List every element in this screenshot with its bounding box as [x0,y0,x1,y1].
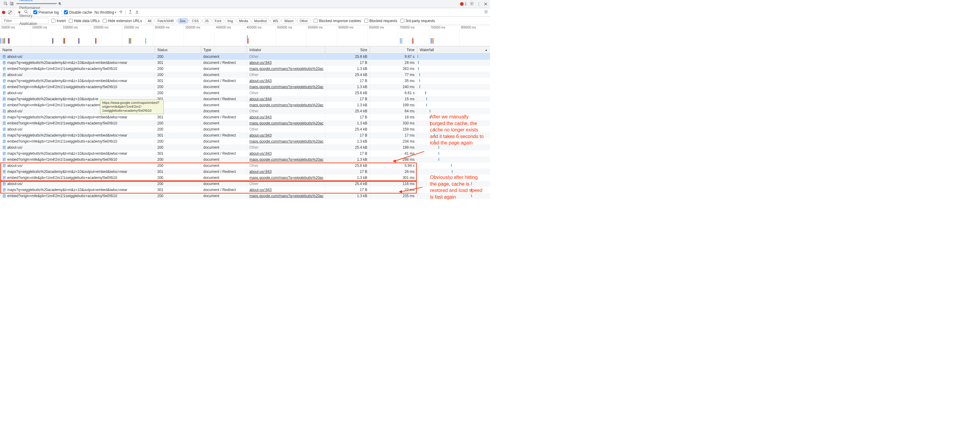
filter-pill-manifest[interactable]: Manifest [251,18,270,24]
cell-initiator[interactable]: maps.google.com/maps?q=wigglebutts%20ac [247,175,325,181]
filter-pill-doc[interactable]: Doc [177,18,189,24]
cell-name[interactable]: embed?origin=mfe&pb=!1m4!2m1!1swigglebut… [0,193,155,199]
filter-pill-fetch-xhr[interactable]: Fetch/XHR [155,18,177,24]
network-request-row[interactable]: maps?q=wigglebutts%20academy&t=m&z=10&ou… [0,78,490,84]
cell-name[interactable]: maps?q=wigglebutts%20academy&t=m&z=10&ou… [0,114,155,120]
cell-initiator[interactable]: about-us/:843 [247,169,325,175]
filter-pill-ws[interactable]: WS [270,18,281,24]
cell-name[interactable]: maps?q=wigglebutts%20academy&t=m&z=10&ou… [0,60,155,66]
wifi-icon[interactable] [119,10,123,15]
clear-network-button[interactable] [8,10,12,14]
column-header-initiator[interactable]: Initiator [247,46,325,53]
network-request-row[interactable]: embed?origin=mfe&pb=!1m4!2m1!1swigglebut… [0,175,490,181]
cell-name[interactable]: embed?origin=mfe&pb=!1m4!2m1!1swigglebut… [0,175,155,181]
kebab-menu-icon[interactable]: ⋮ [477,2,480,6]
cell-name[interactable]: about-us/ [0,163,155,169]
cell-initiator[interactable]: about-us/:843 [247,114,325,120]
cell-name[interactable]: embed?origin=mfe&pb=!1m4!2m1!1swigglebut… [0,66,155,72]
network-request-row[interactable]: embed?origin=mfe&pb=!1m4!2m1!1swigglebut… [0,157,490,163]
cell-name[interactable]: embed?origin=mfe&pb=!1m4!2m1!1swigglebut… [0,138,155,144]
cell-name[interactable]: about-us/ [0,144,155,151]
blocked-requests-checkbox[interactable]: Blocked requests [364,19,397,23]
column-header-time[interactable]: Time [370,46,417,53]
cell-name[interactable]: embed?origin=mfe&pb=!1m4!2m1!1swigglebut… [0,120,155,126]
network-request-row[interactable]: maps?q=wigglebutts%20academy&t=m&z=10&ou… [0,60,490,66]
close-devtools-icon[interactable]: ✕ [484,1,488,7]
throttling-select[interactable]: No throttling [95,10,117,14]
cell-initiator[interactable]: maps.google.com/maps?q=wigglebutts%20ac [247,157,325,163]
network-request-row[interactable]: embed?origin=mfe&pb=!1m4!2m1!1swigglebut… [0,66,490,72]
filter-pill-all[interactable]: All [145,18,154,24]
settings-gear-icon[interactable] [470,2,474,7]
record-button[interactable] [2,11,5,14]
cell-initiator[interactable]: about-us/:843 [247,187,325,193]
column-header-status[interactable]: Status [155,46,201,53]
network-request-row[interactable]: maps?q=wigglebutts%20academy&t=m&z=10&ou… [0,114,490,120]
filter-pill-font[interactable]: Font [212,18,224,24]
cell-initiator[interactable]: maps.google.com/maps?q=wigglebutts%20ac [247,102,325,108]
network-request-row[interactable]: embed?origin=mfe&pb=!1m4!2m1!1swigglebut… [0,102,490,108]
inspect-element-icon[interactable] [4,2,8,7]
cell-initiator[interactable]: about-us/:843 [247,132,325,138]
hide-ext-urls-checkbox[interactable]: Hide extension URLs [103,19,142,23]
cell-initiator[interactable]: maps.google.com/maps?q=wigglebutts%20ac [247,84,325,90]
network-request-row[interactable]: about-us/200documentOther25.4 kB199 ms [0,144,490,151]
tab-memory[interactable]: Memory [16,12,57,20]
cell-initiator[interactable]: maps.google.com/maps?q=wigglebutts%20ac [247,120,325,126]
network-request-row[interactable]: maps?q=wigglebutts%20academy&t=m&z=10&ou… [0,169,490,175]
network-request-row[interactable]: about-us/200documentOther25.4 kB64 ms [0,108,490,114]
network-request-row[interactable]: maps?q=wigglebutts%20academy&t=m&z=10&ou… [0,132,490,138]
network-request-row[interactable]: embed?origin=mfe&pb=!1m4!2m1!1swigglebut… [0,193,490,199]
column-header-waterfall[interactable]: Waterfall [417,46,490,53]
cell-name[interactable]: maps?q=wigglebutts%20academy&t=m&z=10&ou… [0,132,155,138]
upload-har-icon[interactable] [128,10,132,15]
cell-name[interactable]: maps?q=wigglebutts%20academy&t=m&z=10&ou… [0,151,155,157]
cell-name[interactable]: embed?origin=mfe&pb=!1m4!2m1!1swigglebut… [0,84,155,90]
column-header-size[interactable]: Size [325,46,370,53]
network-request-row[interactable]: about-us/200documentOther25.6 kB6.61 s [0,90,490,96]
network-request-row[interactable]: about-us/200documentOther25.4 kB77 ms [0,72,490,78]
error-count-badge[interactable]: 1 [460,2,467,6]
cell-initiator[interactable]: maps.google.com/maps?q=wigglebutts%20ac [247,138,325,144]
tab-network[interactable]: Network [16,0,57,4]
network-request-row[interactable]: about-us/200documentOther25.4 kB159 ms [0,126,490,132]
third-party-checkbox[interactable]: 3rd-party requests [400,19,435,23]
cell-initiator[interactable]: maps.google.com/maps?q=wigglebutts%20ac [247,193,325,199]
network-settings-gear-icon[interactable] [484,10,488,15]
cell-name[interactable]: embed?origin=mfe&pb=!1m4!2m1!1swigglebut… [0,157,155,163]
cell-name[interactable]: maps?q=wigglebutts%20academy&t=m&z=10&ou… [0,187,155,193]
cell-name[interactable]: maps?q=wigglebutts%20academy&t=m&z=10&ou… [0,78,155,84]
filter-pill-other[interactable]: Other [297,18,311,24]
cell-name[interactable]: about-us/ [0,54,155,60]
cell-initiator[interactable]: about-us/:843 [247,78,325,84]
network-request-row[interactable]: about-us/200documentOther25.4 kB116 ms [0,181,490,187]
network-request-row[interactable]: embed?origin=mfe&pb=!1m4!2m1!1swigglebut… [0,84,490,90]
cell-name[interactable]: about-us/ [0,126,155,132]
filter-pill-js[interactable]: JS [202,18,212,24]
cell-name[interactable]: about-us/ [0,72,155,78]
column-header-type[interactable]: Type [201,46,247,53]
tab-performance[interactable]: Performance [16,4,57,12]
cell-initiator[interactable]: about-us/:843 [247,151,325,157]
cell-name[interactable]: about-us/ [0,181,155,187]
cell-initiator[interactable]: maps.google.com/maps?q=wigglebutts%20ac [247,66,325,72]
network-request-row[interactable]: about-us/200documentOther25.6 kB9.87 s [0,54,490,60]
network-request-row[interactable]: maps?q=wigglebutts%20academy&t=m&z=10&ou… [0,96,490,102]
hide-data-urls-checkbox[interactable]: Hide data URLs [69,19,100,23]
device-toggle-icon[interactable] [10,2,14,7]
download-har-icon[interactable] [135,10,139,15]
network-request-row[interactable]: about-us/200documentOther25.6 kB5.94 s [0,163,490,169]
filter-pill-media[interactable]: Media [236,18,251,24]
cell-name[interactable]: about-us/ [0,90,155,96]
column-header-name[interactable]: Name [0,46,155,53]
filter-pill-css[interactable]: CSS [189,18,202,24]
cell-name[interactable]: maps?q=wigglebutts%20academy&t=m&z=10&ou… [0,169,155,175]
filter-pill-img[interactable]: Img [225,18,236,24]
network-request-row[interactable]: embed?origin=mfe&pb=!1m4!2m1!1swigglebut… [0,120,490,126]
cell-initiator[interactable]: about-us/:843 [247,60,325,66]
timeline-overview[interactable]: 50000 ms100000 ms150000 ms200000 ms25000… [0,25,490,46]
disable-cache-checkbox[interactable]: Disable cache [64,10,92,14]
network-request-row[interactable]: maps?q=wigglebutts%20academy&t=m&z=10&ou… [0,187,490,193]
blocked-cookies-checkbox[interactable]: Blocked response cookies [313,19,361,23]
cell-initiator[interactable]: about-us/:844 [247,96,325,102]
